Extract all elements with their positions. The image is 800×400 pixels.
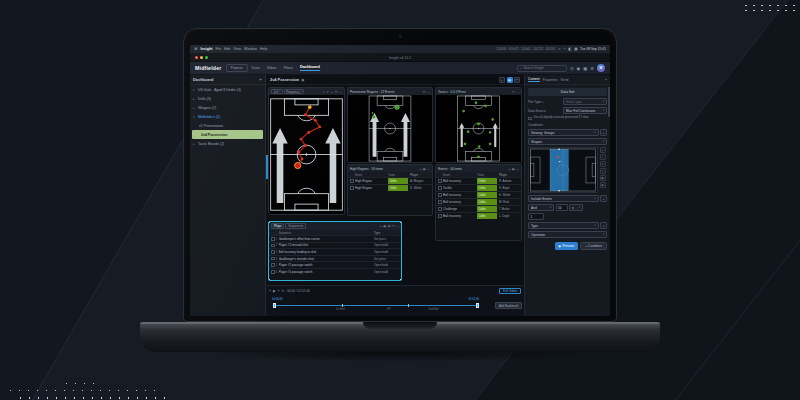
filter-icon[interactable]: ≡ <box>419 167 421 171</box>
zone-pitch[interactable] <box>528 147 598 193</box>
target-icon[interactable]: ⊞ <box>388 224 391 228</box>
sidebar-item-tactic-boards[interactable]: ▸ Tactic Boards (2) <box>190 139 265 148</box>
view-list-button[interactable]: ≡ <box>499 77 505 83</box>
more-icon[interactable]: ⋯ <box>396 224 399 228</box>
sidebar-item-presentation[interactable]: v1 Presentation <box>190 121 265 130</box>
gear-icon[interactable]: ⚙ <box>590 66 594 71</box>
operation-dropdown[interactable]: Operation▾ <box>528 231 607 238</box>
chevron-right-icon[interactable]: ▸ <box>193 97 197 101</box>
selected-zone[interactable] <box>550 149 568 190</box>
selection-handle[interactable] <box>400 221 402 223</box>
share-person-icon[interactable]: ◉ <box>301 78 304 82</box>
zone-handle-top[interactable] <box>558 149 559 150</box>
grid-tool-icon[interactable]: ⊞ <box>600 175 606 181</box>
seconds-input[interactable]: 10 <box>556 204 568 211</box>
tab-send[interactable]: Send <box>561 78 569 82</box>
apple-menu-icon[interactable]: ⌘ <box>194 47 198 51</box>
grid-icon[interactable]: ▦ <box>583 66 587 71</box>
arrow-tool-icon[interactable]: ↗ <box>600 161 606 167</box>
sidebar-item-team[interactable]: ▾ US Utah - Aged 8 Under (4) <box>190 85 265 94</box>
grid-icon[interactable]: ▦ <box>383 224 386 228</box>
table-row[interactable]: TackleCelticS. Boyd <box>436 184 521 191</box>
skip-back-icon[interactable]: « <box>269 289 271 293</box>
menubar-clock[interactable]: Tue 08 Sep 15:41 <box>580 47 606 51</box>
unit-dropdown[interactable]: s▾ <box>569 204 583 211</box>
count-input[interactable]: 1 <box>528 213 544 220</box>
sequence-row[interactable]: 3Ball recovery leading to shotOpen build <box>269 248 401 255</box>
table-row[interactable]: ChallengeCelticT. Burke <box>436 205 521 212</box>
add-group-button[interactable]: + <box>600 129 607 136</box>
table-row[interactable]: Ball recoveryCelticR. Adams <box>436 177 521 184</box>
nav-dashboard[interactable]: Dashboard <box>300 65 320 71</box>
pitch-panel-annotations[interactable]: 2v4▾ Frequency▾ ✎ ↗ ▭ ◳ ⋯ <box>268 87 345 215</box>
filter-icon[interactable]: ≡ <box>380 224 382 228</box>
chevron-right-icon[interactable]: ▸ <box>193 106 197 110</box>
slider-handle-end[interactable] <box>476 303 479 308</box>
more-icon[interactable]: ⋯ <box>339 90 342 94</box>
add-item-button[interactable]: + <box>259 77 262 82</box>
loop-icon[interactable]: ↻ <box>281 289 284 293</box>
sidebar-item-midfielders[interactable]: ▾ Midfielders (2) <box>190 112 265 121</box>
sidebar-item-wingers[interactable]: ▸ Wingers (2) <box>190 103 265 112</box>
tab-sequences[interactable]: Sequences <box>285 223 306 229</box>
nav-video[interactable]: Video <box>267 66 277 70</box>
play-icon[interactable]: ▶ <box>273 289 276 293</box>
info-icon[interactable]: ● <box>542 101 544 104</box>
chevron-down-icon[interactable]: ▾ <box>193 115 197 119</box>
draw-pencil-icon[interactable]: ✎ <box>322 90 325 94</box>
wifi-icon[interactable]: ◠ <box>563 47 566 51</box>
view-expand-button[interactable]: ◳ <box>514 77 520 83</box>
shapes-dropdown[interactable]: Shapes▾ <box>528 138 607 145</box>
table-panel-events[interactable]: Events · 44 items ≡ ▦ ⋯ Event Team Playe… <box>435 164 522 241</box>
table-panel-high-regains[interactable]: High Regains · 16 items ≡ ▦ ⋯ Event Team… <box>347 164 433 216</box>
collapse-panel-icon[interactable]: » <box>605 78 607 82</box>
tab-content[interactable]: Content <box>528 77 540 83</box>
control-center-icon[interactable]: ▦ <box>574 47 577 51</box>
search-input[interactable]: ○ Search Insight <box>517 65 567 72</box>
slider-handle-start[interactable] <box>273 303 276 308</box>
menu-edit[interactable]: Edit <box>224 47 230 51</box>
sequence-row[interactable]: 2Player #5 missed shotOpen build <box>269 242 401 249</box>
draw-shape-icon[interactable]: ▭ <box>330 90 333 94</box>
more-icon[interactable]: ⋯ <box>427 90 430 94</box>
delete-tool-icon[interactable]: ⊗ <box>600 182 606 188</box>
data-source-dropdown[interactable]: Blue Full Continuous ▾ <box>563 107 607 114</box>
avatar[interactable]: M <box>597 64 605 72</box>
add-event-button[interactable]: + <box>600 195 607 202</box>
nav-plans[interactable]: Plans <box>283 66 293 70</box>
add-condition-button[interactable]: +Condition <box>580 242 607 250</box>
skip-forward-icon[interactable]: » <box>278 289 280 293</box>
sequence-row[interactable]: 4Goalkeeper's mistake shotSet piece <box>269 255 401 262</box>
group-dropdown[interactable]: Viewing: Groups▾ <box>528 129 599 136</box>
chevron-right-icon[interactable]: ▸ <box>193 142 197 146</box>
pitch-mode-chip[interactable]: 2v4▾ <box>271 89 283 94</box>
zone-handle-bottom[interactable] <box>558 190 559 191</box>
preview-button[interactable]: ▶Preview <box>555 242 578 250</box>
pencil-tool-icon[interactable]: ✎ <box>600 168 606 174</box>
more-icon[interactable]: ⋯ <box>516 167 519 171</box>
sidebar-item-possession-selected[interactable]: 2v4 Possession <box>192 130 263 139</box>
menu-view[interactable]: View <box>233 47 241 51</box>
select-tool-icon[interactable]: ▭ <box>600 147 606 153</box>
slider-track[interactable] <box>275 305 477 306</box>
tab-properties[interactable]: Properties <box>543 78 558 82</box>
view-grid-button[interactable]: ▦ <box>507 77 513 83</box>
audio-icon[interactable]: ♫ <box>558 47 561 51</box>
timeline-slider[interactable]: 00:00:00 01:52:46 1st Half HT 2nd Half A… <box>266 296 524 316</box>
include-events-dropdown[interactable]: Include Events▾ <box>528 195 599 202</box>
users-icon[interactable]: ◉ <box>577 66 581 71</box>
sequence-row[interactable]: 1Goalkeeper's effort from cornerSet piec… <box>269 235 401 242</box>
panel-scrollbar-thumb[interactable] <box>608 87 609 117</box>
type-dropdown[interactable]: Type▾ <box>528 222 599 229</box>
table-row[interactable]: Ball recoveryCelticK. Walsh <box>436 191 521 198</box>
sequence-row[interactable]: 5Player #5 passage switchOpen build <box>269 261 401 268</box>
draw-arrow-icon[interactable]: ↗ <box>326 90 329 94</box>
table-row[interactable]: Ball recoveryCelticL. Doyle <box>436 212 521 219</box>
selection-handle[interactable] <box>268 279 270 281</box>
grid-icon[interactable]: ▦ <box>512 167 515 171</box>
and-dropdown[interactable]: And▾ <box>528 204 554 211</box>
menu-file[interactable]: File <box>215 47 221 51</box>
pitch-panel-tactics[interactable]: Tactics · 4-3-3 Press ◳ ⋯ <box>435 87 522 163</box>
sidebar-item-drills[interactable]: ▸ Drills (3) <box>190 94 265 103</box>
bell-icon[interactable]: ◷ <box>570 66 574 71</box>
